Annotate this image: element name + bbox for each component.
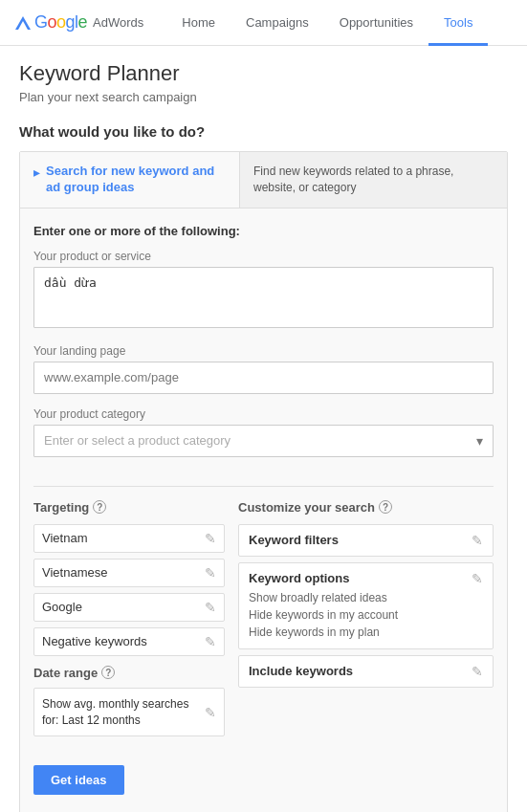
category-select[interactable]: Enter or select a product category ▾ xyxy=(33,425,494,457)
edit-date-icon[interactable]: ✎ xyxy=(205,705,216,720)
date-range-value: Show avg. monthly searches for: Last 12 … xyxy=(42,696,205,729)
tabs-row: ▸ Search for new keyword and ad group id… xyxy=(20,152,507,208)
customize-header: Customize your search ? xyxy=(238,500,494,515)
tab-chevron-icon: ▸ xyxy=(33,165,40,180)
logo-adwords: AdWords xyxy=(93,15,143,30)
date-range-item[interactable]: Show avg. monthly searches for: Last 12 … xyxy=(33,688,225,737)
form-area: Enter one or more of the following: Your… xyxy=(20,208,507,486)
date-range-section: Date range ? Show avg. monthly searches … xyxy=(33,666,225,737)
nav-tools[interactable]: Tools xyxy=(428,0,488,46)
select-arrow-icon: ▾ xyxy=(476,433,483,449)
page-subtitle: Plan your next search campaign xyxy=(19,90,508,104)
category-label: Your product category xyxy=(33,407,494,421)
date-range-header: Date range ? xyxy=(33,666,225,680)
customize-include-keywords-title: Include keywords xyxy=(249,664,353,678)
customize-section: Customize your search ? Keyword filters … xyxy=(238,500,494,743)
targeting-item-label: Vietnamese xyxy=(42,565,107,580)
section-question: What would you like to do? xyxy=(19,123,508,140)
customize-keyword-options[interactable]: Keyword options ✎ Show broadly related i… xyxy=(238,562,494,649)
targeting-item-vietnam[interactable]: Vietnam ✎ xyxy=(33,524,225,553)
product-label: Your product or service xyxy=(33,250,494,263)
edit-negative-icon[interactable]: ✎ xyxy=(205,634,216,649)
tab-find-keywords[interactable]: Find new keywords related to a phrase, w… xyxy=(240,152,507,208)
logo-text: Google xyxy=(34,12,87,33)
customize-keyword-options-title: Keyword options xyxy=(249,571,349,585)
button-section: Get ideas xyxy=(20,750,507,812)
nav-home[interactable]: Home xyxy=(166,0,231,46)
product-input[interactable]: dầu dừa xyxy=(33,267,494,328)
logo-icon xyxy=(15,16,31,30)
targeting-item-label: Vietnam xyxy=(42,531,87,545)
page-title: Keyword Planner xyxy=(19,61,508,86)
targeting-item-label: Google xyxy=(42,600,82,614)
edit-vietnamese-icon[interactable]: ✎ xyxy=(205,565,216,581)
form-intro: Enter one or more of the following: xyxy=(33,224,494,238)
customize-include-keywords-header: Include keywords ✎ xyxy=(249,664,483,679)
tab-inactive-label: Find new keywords related to a phrase, w… xyxy=(253,165,453,194)
customize-title: Customize your search xyxy=(238,500,375,515)
customize-help-icon[interactable]: ? xyxy=(379,500,392,514)
nav-campaigns[interactable]: Campaigns xyxy=(231,0,324,46)
logo: Google AdWords xyxy=(15,12,143,33)
tab-active-label: Search for new keyword and ad group idea… xyxy=(46,164,226,196)
edit-include-keywords-icon[interactable]: ✎ xyxy=(472,664,483,679)
customize-keyword-filters-title: Keyword filters xyxy=(249,533,339,547)
date-range-help-icon[interactable]: ? xyxy=(101,666,115,679)
get-ideas-button[interactable]: Get ideas xyxy=(33,765,124,795)
main-card: ▸ Search for new keyword and ad group id… xyxy=(19,151,508,812)
targeting-item-vietnamese[interactable]: Vietnamese ✎ xyxy=(33,559,225,587)
customize-keyword-options-header: Keyword options ✎ xyxy=(249,571,483,586)
tab-keyword-search[interactable]: ▸ Search for new keyword and ad group id… xyxy=(20,152,240,208)
two-col-section: Targeting ? Vietnam ✎ Vietnamese ✎ Googl… xyxy=(20,487,507,751)
targeting-item-negative-keywords[interactable]: Negative keywords ✎ xyxy=(33,627,225,656)
targeting-header: Targeting ? xyxy=(33,500,225,515)
nav-links: Home Campaigns Opportunities Tools xyxy=(166,0,512,46)
category-placeholder: Enter or select a product category xyxy=(44,433,231,448)
landing-label: Your landing page xyxy=(33,344,494,358)
targeting-title: Targeting xyxy=(33,500,89,515)
page-content: Keyword Planner Plan your next search ca… xyxy=(0,46,527,812)
date-range-title: Date range xyxy=(33,666,98,680)
edit-vietnam-icon[interactable]: ✎ xyxy=(205,531,216,546)
edit-keyword-options-icon[interactable]: ✎ xyxy=(472,571,483,586)
customize-keyword-filters[interactable]: Keyword filters ✎ xyxy=(238,524,494,557)
targeting-item-label: Negative keywords xyxy=(42,634,147,648)
nav-opportunities[interactable]: Opportunities xyxy=(324,0,428,46)
landing-input[interactable] xyxy=(33,362,494,394)
customize-include-keywords[interactable]: Include keywords ✎ xyxy=(238,655,494,688)
targeting-help-icon[interactable]: ? xyxy=(93,500,106,514)
edit-google-icon[interactable]: ✎ xyxy=(205,600,216,615)
customize-keyword-filters-header: Keyword filters ✎ xyxy=(249,533,483,548)
customize-keyword-options-sub: Show broadly related ideas Hide keywords… xyxy=(249,589,483,641)
edit-keyword-filters-icon[interactable]: ✎ xyxy=(472,533,483,548)
targeting-item-google[interactable]: Google ✎ xyxy=(33,593,225,622)
targeting-section: Targeting ? Vietnam ✎ Vietnamese ✎ Googl… xyxy=(33,500,225,743)
navigation: Google AdWords Home Campaigns Opportunit… xyxy=(0,0,527,46)
